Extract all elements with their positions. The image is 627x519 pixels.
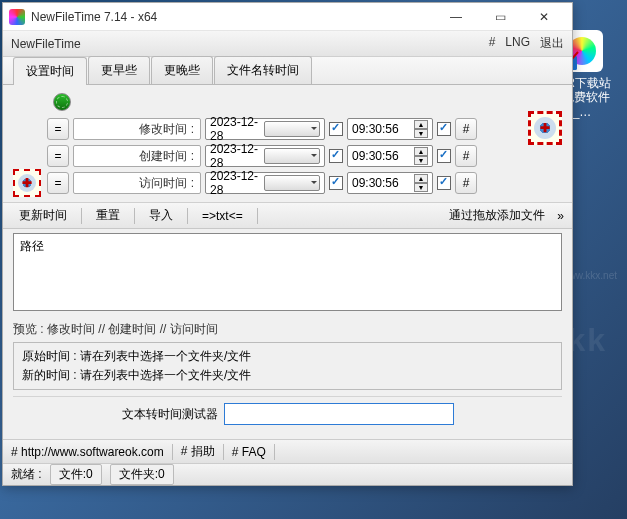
access-time-label: 访问时间 : bbox=[73, 172, 201, 194]
access-date-input[interactable]: 2023-12-28 bbox=[205, 172, 325, 194]
text-to-time-tester: 文本转时间测试器 bbox=[13, 396, 562, 435]
create-time-row: = 创建时间 : 2023-12-28 09:30:56▲▼ # bbox=[13, 145, 562, 167]
modify-date-input[interactable]: 2023-12-28 bbox=[205, 118, 325, 140]
access-time-checkbox[interactable] bbox=[437, 176, 451, 190]
tester-label: 文本转时间测试器 bbox=[122, 406, 218, 423]
calendar-icon[interactable] bbox=[264, 175, 320, 191]
time-info-box: 原始时间 : 请在列表中选择一个文件夹/文件 新的时间 : 请在列表中选择一个文… bbox=[13, 342, 562, 390]
close-button[interactable]: ✕ bbox=[522, 3, 566, 31]
app-window: NewFileTime 7.14 - x64 ― ▭ ✕ NewFileTime… bbox=[2, 2, 573, 486]
equal-button-create[interactable]: = bbox=[47, 145, 69, 167]
globe-icon[interactable] bbox=[53, 93, 71, 111]
list-toolbar: 更新时间 重置 导入 =>txt<= 通过拖放添加文件 » bbox=[3, 203, 572, 229]
new-time-label: 新的时间 : 请在列表中选择一个文件夹/文件 bbox=[22, 366, 553, 385]
menubar: NewFileTime # LNG 退出 bbox=[3, 31, 572, 57]
app-icon bbox=[9, 9, 25, 25]
menu-hash[interactable]: # bbox=[489, 35, 496, 52]
import-button[interactable]: 导入 bbox=[141, 204, 181, 227]
export-txt-button[interactable]: =>txt<= bbox=[194, 206, 251, 226]
status-bar: 就绪 : 文件:0 文件夹:0 bbox=[3, 463, 572, 485]
spinner-icon[interactable]: ▲▼ bbox=[414, 174, 428, 192]
status-folder-count: 文件夹:0 bbox=[110, 464, 174, 485]
status-file-count: 文件:0 bbox=[50, 464, 102, 485]
access-time-row: = 访问时间 : 2023-12-28 09:30:56▲▼ # bbox=[13, 172, 562, 194]
menu-lng[interactable]: LNG bbox=[505, 35, 530, 52]
original-time-label: 原始时间 : 请在列表中选择一个文件夹/文件 bbox=[22, 347, 553, 366]
titlebar[interactable]: NewFileTime 7.14 - x64 ― ▭ ✕ bbox=[3, 3, 572, 31]
create-time-label: 创建时间 : bbox=[73, 145, 201, 167]
create-time-checkbox[interactable] bbox=[437, 149, 451, 163]
drag-source-icon[interactable] bbox=[13, 169, 41, 197]
update-time-button[interactable]: 更新时间 bbox=[11, 204, 75, 227]
footer-url[interactable]: # http://www.softwareok.com bbox=[11, 445, 164, 459]
tabs: 设置时间 更早些 更晚些 文件名转时间 bbox=[3, 57, 572, 85]
calendar-icon[interactable] bbox=[264, 148, 320, 164]
modify-time-input[interactable]: 09:30:56▲▼ bbox=[347, 118, 433, 140]
equal-button-modify[interactable]: = bbox=[47, 118, 69, 140]
create-date-input[interactable]: 2023-12-28 bbox=[205, 145, 325, 167]
tab-later[interactable]: 更晚些 bbox=[151, 56, 213, 84]
hash-button-access[interactable]: # bbox=[455, 172, 477, 194]
tab-name-to-time[interactable]: 文件名转时间 bbox=[214, 56, 312, 84]
app-name-label: NewFileTime bbox=[11, 37, 489, 51]
access-time-input[interactable]: 09:30:56▲▼ bbox=[347, 172, 433, 194]
create-date-checkbox[interactable] bbox=[329, 149, 343, 163]
hash-button-create[interactable]: # bbox=[455, 145, 477, 167]
modify-time-label: 修改时间 : bbox=[73, 118, 201, 140]
create-time-input[interactable]: 09:30:56▲▼ bbox=[347, 145, 433, 167]
modify-date-checkbox[interactable] bbox=[329, 122, 343, 136]
preview-label: 预览 : 修改时间 // 创建时间 // 访问时间 bbox=[3, 317, 572, 340]
spinner-icon[interactable]: ▲▼ bbox=[414, 147, 428, 165]
footer-bar: # http://www.softwareok.com # 捐助 # FAQ bbox=[3, 439, 572, 463]
footer-donate[interactable]: # 捐助 bbox=[181, 443, 215, 460]
reset-button[interactable]: 重置 bbox=[88, 204, 128, 227]
footer-faq[interactable]: # FAQ bbox=[232, 445, 266, 459]
list-column-header: 路径 bbox=[20, 238, 555, 255]
file-list[interactable]: 路径 bbox=[13, 233, 562, 311]
modify-time-checkbox[interactable] bbox=[437, 122, 451, 136]
hash-button-modify[interactable]: # bbox=[455, 118, 477, 140]
add-by-drag-button[interactable]: 通过拖放添加文件 bbox=[441, 204, 553, 227]
menu-exit[interactable]: 退出 bbox=[540, 35, 564, 52]
tab-set-time[interactable]: 设置时间 bbox=[13, 57, 87, 85]
minimize-button[interactable]: ― bbox=[434, 3, 478, 31]
modify-time-row: = 修改时间 : 2023-12-28 09:30:56▲▼ # bbox=[13, 118, 562, 140]
drag-target-icon[interactable] bbox=[528, 111, 562, 145]
maximize-button[interactable]: ▭ bbox=[478, 3, 522, 31]
client-area: 设置时间 更早些 更晚些 文件名转时间 = 修改时间 : 2023-12-28 … bbox=[3, 57, 572, 439]
equal-button-access[interactable]: = bbox=[47, 172, 69, 194]
access-date-checkbox[interactable] bbox=[329, 176, 343, 190]
status-ready: 就绪 : bbox=[11, 466, 42, 483]
tester-input[interactable] bbox=[224, 403, 454, 425]
window-title: NewFileTime 7.14 - x64 bbox=[31, 10, 434, 24]
time-settings-panel: = 修改时间 : 2023-12-28 09:30:56▲▼ # = 创建时间 … bbox=[3, 85, 572, 203]
calendar-icon[interactable] bbox=[264, 121, 320, 137]
tab-earlier[interactable]: 更早些 bbox=[88, 56, 150, 84]
chevron-right-icon[interactable]: » bbox=[557, 209, 564, 223]
spinner-icon[interactable]: ▲▼ bbox=[414, 120, 428, 138]
